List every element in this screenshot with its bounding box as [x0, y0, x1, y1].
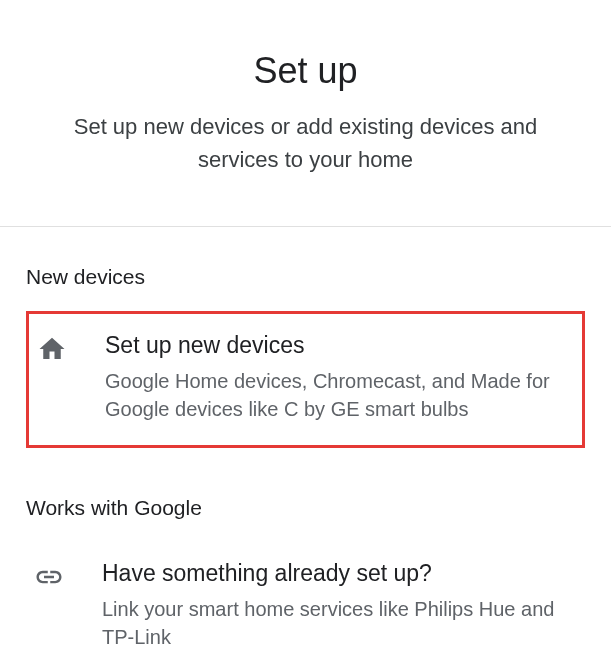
setup-new-devices-item[interactable]: Set up new devices Google Home devices, …: [26, 311, 585, 448]
section-new-devices: New devices Set up new devices Google Ho…: [0, 265, 611, 645]
section-heading-works-with-google: Works with Google: [26, 496, 585, 520]
header: Set up Set up new devices or add existin…: [0, 0, 611, 226]
item-desc: Google Home devices, Chromecast, and Mad…: [105, 367, 568, 423]
divider: [0, 226, 611, 227]
home-icon: [37, 334, 67, 364]
link-icon: [34, 562, 64, 592]
link-existing-item[interactable]: Have something already set up? Link your…: [26, 542, 585, 645]
item-title: Set up new devices: [105, 332, 568, 359]
item-text: Set up new devices Google Home devices, …: [105, 332, 568, 423]
item-title: Have something already set up?: [102, 560, 571, 587]
section-heading-new-devices: New devices: [26, 265, 585, 289]
item-text: Have something already set up? Link your…: [102, 560, 571, 645]
page-title: Set up: [40, 50, 571, 92]
item-desc: Link your smart home services like Phili…: [102, 595, 571, 645]
page-subtitle: Set up new devices or add existing devic…: [40, 110, 571, 176]
